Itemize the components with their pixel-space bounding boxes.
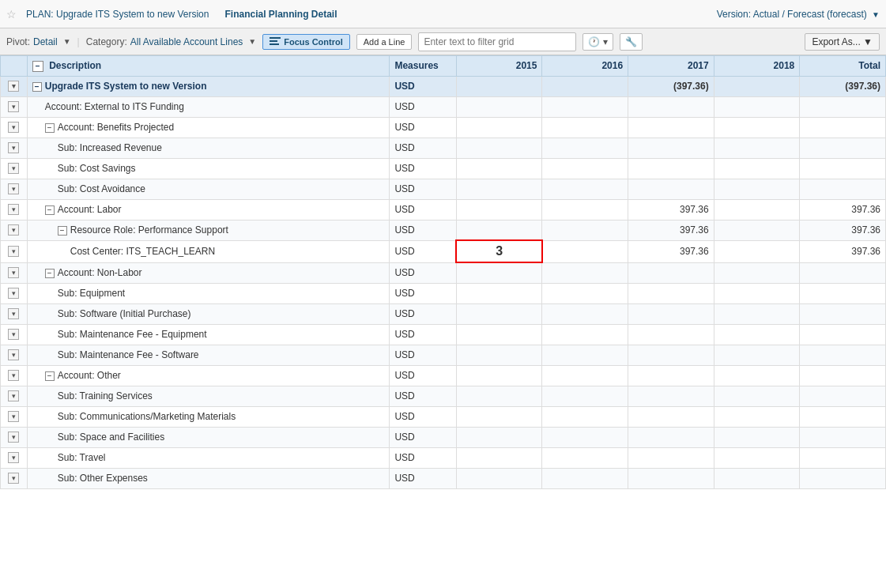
table-row: ▾−Resource Role: Performance SupportUSD3… [1,220,886,240]
row-2017 [628,138,714,158]
row-measures: USD [390,240,456,262]
category-group: Category: All Available Account Lines ▼ [86,36,256,47]
row-arrow-cell: ▾ [1,324,28,345]
wrench-icon-button[interactable]: 🔧 [620,33,643,51]
row-2018 [714,179,800,199]
collapse-icon[interactable]: − [45,269,55,278]
version-dropdown-icon[interactable]: ▼ [872,10,880,19]
table-row: ▾Cost Center: ITS_TEACH_LEARNUSD3397.363… [1,240,886,262]
row-total: (397.36) [800,76,886,96]
row-expand-button[interactable]: ▾ [6,473,22,484]
row-measures: USD [390,76,456,96]
focus-control-button[interactable]: Focus Control [262,34,350,50]
row-2017 [628,262,714,283]
financial-grid: − Description Measures 2015 2016 2017 20… [0,55,886,489]
category-dropdown-icon[interactable]: ▼ [248,37,256,46]
row-description: −Resource Role: Performance Support [27,220,390,240]
pivot-dropdown-icon[interactable]: ▼ [63,37,71,46]
export-label: Export As... [812,36,860,47]
row-expand-button[interactable]: ▾ [6,452,22,463]
row-2017 [628,324,714,345]
row-2017: 397.36 [628,240,714,262]
row-expand-button[interactable]: ▾ [6,204,22,215]
clock-icon-button[interactable]: 🕐 ▾ [582,33,613,51]
collapse-icon[interactable]: − [45,205,55,215]
collapse-icon[interactable]: − [58,226,67,236]
export-button[interactable]: Export As... ▼ [805,33,880,51]
row-expand-button[interactable]: ▾ [6,370,22,381]
row-2018 [714,386,800,406]
row-expand-button[interactable]: ▾ [6,163,22,174]
row-total [800,427,886,447]
row-2017: 397.36 [628,199,714,220]
collapse-icon[interactable]: − [45,371,55,381]
table-row: ▾−Account: OtherUSD [1,365,886,386]
row-description: Sub: Maintenance Fee - Software [27,345,390,365]
pivot-group: Pivot: Detail ▼ [6,36,71,47]
row-expand-button[interactable]: ▾ [6,329,22,340]
row-description: Sub: Increased Revenue [27,138,390,158]
row-2016 [542,283,628,303]
row-2017 [628,117,714,138]
row-total [800,447,886,468]
filter-input[interactable] [418,32,576,51]
row-2015 [456,345,542,365]
row-total [800,406,886,427]
add-line-button[interactable]: Add a Line [356,34,413,50]
svg-rect-1 [270,40,277,42]
row-expand-button[interactable]: ▾ [6,432,22,443]
table-row: ▾Sub: Communications/Marketing Materials… [1,406,886,427]
row-expand-button[interactable]: ▾ [6,122,22,133]
row-measures: USD [390,262,456,283]
row-measures: USD [390,96,456,117]
row-expand-button[interactable]: ▾ [6,101,22,112]
row-expand-button[interactable]: ▾ [6,411,22,422]
row-expand-button[interactable]: ▾ [6,308,22,319]
row-2016 [542,96,628,117]
row-expand-button[interactable]: ▾ [6,349,22,360]
row-2018 [714,303,800,324]
collapse-icon[interactable]: − [45,123,55,133]
row-measures: USD [390,365,456,386]
row-2018 [714,345,800,365]
row-description: −Account: Labor [27,199,390,220]
row-measures: USD [390,283,456,303]
star-icon[interactable]: ☆ [6,8,17,21]
row-total [800,262,886,283]
row-expand-button[interactable]: ▾ [6,390,22,401]
row-total [800,386,886,406]
row-2017 [628,468,714,488]
table-row: ▾Sub: EquipmentUSD [1,283,886,303]
row-arrow-cell: ▾ [1,117,28,138]
row-expand-button[interactable]: ▾ [6,142,22,153]
collapse-icon[interactable]: − [32,82,42,92]
row-arrow-cell: ▾ [1,406,28,427]
row-2018 [714,406,800,427]
row-description: Sub: Maintenance Fee - Equipment [27,324,390,345]
row-2016 [542,138,628,158]
table-row: ▾−Account: Benefits ProjectedUSD [1,117,886,138]
row-expand-button[interactable]: ▾ [6,183,22,194]
row-expand-button[interactable]: ▾ [6,288,22,299]
row-description: Cost Center: ITS_TEACH_LEARN [27,240,390,262]
category-select[interactable]: All Available Account Lines [130,36,243,47]
header-2016: 2016 [542,56,628,77]
row-expand-button[interactable]: ▾ [6,267,22,278]
row-expand-button[interactable]: ▾ [6,246,22,257]
row-expand-button[interactable]: ▾ [6,224,22,236]
row-2017 [628,427,714,447]
header-collapse-icon[interactable]: − [32,61,43,72]
row-measures: USD [390,117,456,138]
row-measures: USD [390,447,456,468]
focus-control-icon [270,37,281,47]
table-row: ▾Sub: Other ExpensesUSD [1,468,886,488]
pivot-select[interactable]: Detail [33,36,58,47]
row-description: Sub: Cost Avoidance [27,179,390,199]
row-2016 [542,345,628,365]
row-total [800,365,886,386]
row-arrow-cell: ▾ [1,96,28,117]
header-2017: 2017 [628,56,714,77]
table-row: ▾Sub: Cost AvoidanceUSD [1,179,886,199]
row-expand-button[interactable]: ▾ [6,81,22,92]
table-row: ▾Sub: Maintenance Fee - SoftwareUSD [1,345,886,365]
